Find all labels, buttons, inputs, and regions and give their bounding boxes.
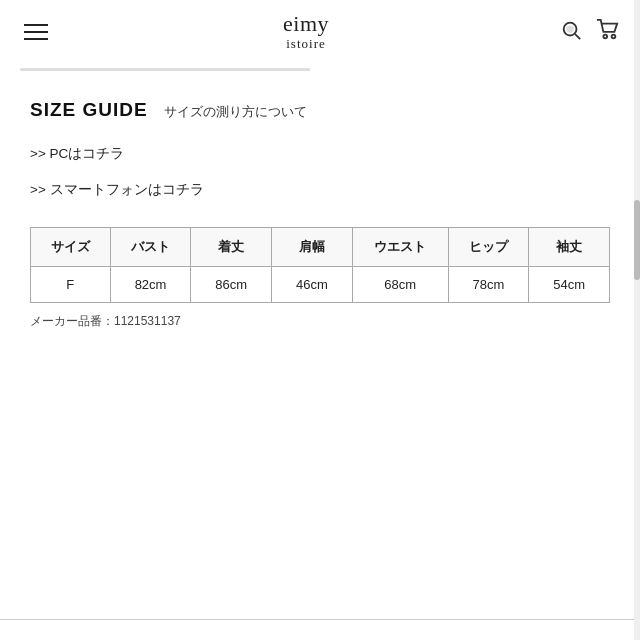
col-sleeve: 袖丈 (529, 228, 610, 267)
size-table-container: サイズ バスト 着丈 肩幅 ウエスト ヒップ 袖丈 F82cm86cm46cm6… (30, 227, 610, 303)
smartphone-link[interactable]: >> スマートフォンはコチラ (30, 181, 610, 199)
hamburger-menu[interactable] (20, 20, 52, 44)
size-guide-sub-title: サイズの測り方について (164, 103, 307, 121)
col-size: サイズ (31, 228, 111, 267)
scrollbar-thumb[interactable] (634, 200, 640, 280)
search-icon[interactable] (560, 19, 582, 46)
table-cell: 68cm (352, 267, 448, 303)
main-content: SIZE GUIDE サイズの測り方について >> PCはコチラ >> スマート… (0, 71, 640, 350)
table-cell: 46cm (272, 267, 353, 303)
table-cell: 82cm (110, 267, 191, 303)
col-bust: バスト (110, 228, 191, 267)
table-cell: F (31, 267, 111, 303)
svg-line-1 (575, 34, 580, 39)
table-cell: 54cm (529, 267, 610, 303)
col-hip: ヒップ (448, 228, 529, 267)
table-row: F82cm86cm46cm68cm78cm54cm (31, 267, 610, 303)
scrollbar[interactable] (634, 0, 640, 640)
size-guide-main-title: SIZE GUIDE (30, 99, 148, 121)
smartphone-link-text[interactable]: >> スマートフォンはコチラ (30, 182, 204, 197)
maker-number: メーカー品番：1121531137 (30, 313, 610, 330)
table-header-row: サイズ バスト 着丈 肩幅 ウエスト ヒップ 袖丈 (31, 228, 610, 267)
table-cell: 86cm (191, 267, 272, 303)
svg-point-2 (567, 26, 573, 31)
logo[interactable]: eimy istoire (283, 12, 329, 52)
header-icons (560, 19, 620, 46)
svg-point-3 (603, 34, 607, 38)
logo-line2: istoire (283, 36, 329, 52)
svg-point-4 (612, 34, 616, 38)
cart-icon[interactable] (596, 19, 620, 46)
header: eimy istoire (0, 0, 640, 64)
size-table: サイズ バスト 着丈 肩幅 ウエスト ヒップ 袖丈 F82cm86cm46cm6… (30, 227, 610, 303)
logo-line1: eimy (283, 12, 329, 36)
pc-link[interactable]: >> PCはコチラ (30, 145, 610, 163)
col-length: 着丈 (191, 228, 272, 267)
col-shoulder: 肩幅 (272, 228, 353, 267)
bottom-divider (0, 619, 640, 620)
table-cell: 78cm (448, 267, 529, 303)
col-waist: ウエスト (352, 228, 448, 267)
size-guide-title: SIZE GUIDE サイズの測り方について (30, 99, 610, 121)
pc-link-text[interactable]: >> PCはコチラ (30, 146, 124, 161)
